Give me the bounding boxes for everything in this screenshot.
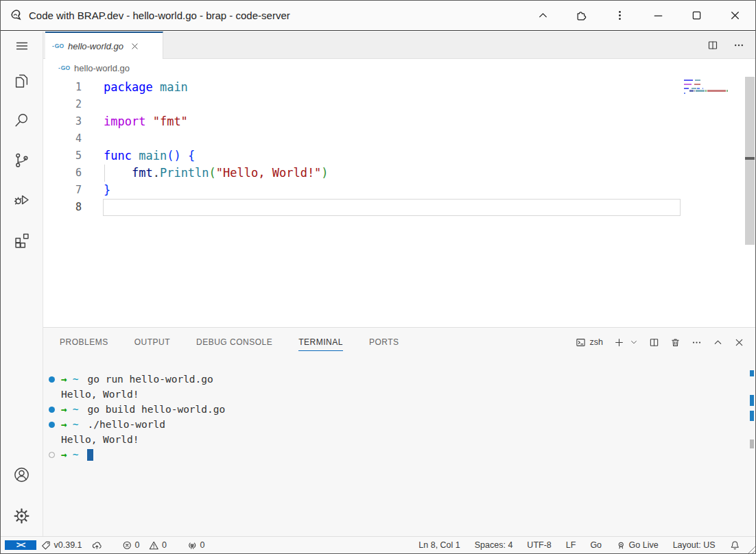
command-decoration-icon[interactable]: [49, 422, 55, 428]
output-text: Hello, World!: [43, 434, 139, 445]
new-terminal-button[interactable]: [614, 337, 624, 348]
bell-icon: [730, 540, 740, 551]
code-line-4[interactable]: 4: [43, 130, 755, 147]
minimap[interactable]: [684, 80, 739, 97]
split-editor-icon: [649, 337, 659, 348]
breadcrumb[interactable]: GO hello-world.go: [43, 59, 755, 77]
terminal-command-row: →~go run hello-world.go: [43, 372, 742, 387]
line-number[interactable]: 8: [43, 199, 82, 216]
status-item-cursor-position[interactable]: Ln 8, Col 1: [414, 540, 464, 550]
status-item-errors[interactable]: 0: [117, 540, 144, 551]
command-decoration-icon[interactable]: [49, 376, 55, 383]
activity-item-accounts[interactable]: [1, 454, 43, 495]
tab-close-icon[interactable]: [130, 42, 139, 51]
status-item-eol[interactable]: LF: [561, 540, 581, 550]
activity-item-source-control[interactable]: [1, 140, 43, 180]
panel-tab-problems[interactable]: PROBLEMS: [60, 328, 108, 357]
status-item-label: 0: [200, 540, 204, 550]
go-file-icon: GO: [52, 43, 64, 49]
split-editor-button[interactable]: [707, 40, 718, 51]
code-line-5[interactable]: 5func main() {: [43, 147, 755, 165]
line-number[interactable]: 3: [43, 113, 82, 130]
panel-tab-debug-console[interactable]: DEBUG CONSOLE: [196, 328, 272, 357]
launch-profile-button[interactable]: [630, 338, 638, 346]
tab-hello-world-go[interactable]: GO hello-world.go: [45, 32, 163, 59]
close-panel-button[interactable]: [734, 337, 744, 348]
code-lines: 1package main23import "fmt"45func main()…: [43, 79, 755, 216]
broadcast-icon: [616, 540, 626, 551]
command-decoration-icon[interactable]: [49, 452, 55, 458]
line-number[interactable]: 7: [43, 182, 82, 199]
maximize-panel-button[interactable]: [713, 337, 723, 348]
current-line-highlight: [103, 199, 681, 216]
maximize-button[interactable]: [685, 5, 707, 27]
status-item-ports[interactable]: 0: [182, 540, 209, 551]
code-line-7[interactable]: 7}: [43, 182, 755, 199]
browser-menu-button[interactable]: [609, 5, 630, 27]
line-number[interactable]: 6: [43, 165, 82, 182]
warning-icon: [149, 540, 159, 551]
search-icon: [12, 111, 31, 130]
code-line-6[interactable]: 6 fmt.Println("Hello, World!"): [43, 165, 755, 182]
line-number[interactable]: 1: [43, 79, 82, 96]
activity-item-settings[interactable]: [1, 495, 43, 536]
status-item-encoding[interactable]: UTF-8: [522, 540, 556, 550]
status-item-notifications[interactable]: [725, 540, 745, 551]
code-line-1[interactable]: 1package main: [43, 79, 755, 96]
minimize-button[interactable]: [647, 5, 669, 27]
activity-item-menu[interactable]: [1, 32, 43, 60]
status-item-language-mode[interactable]: Go: [585, 540, 606, 550]
editor-scrollbar[interactable]: [745, 77, 755, 327]
cloud-upload-icon: [92, 540, 102, 551]
panel-tab-output[interactable]: OUTPUT: [134, 328, 170, 357]
settings-icon: [12, 507, 31, 525]
line-number[interactable]: 5: [43, 147, 82, 165]
line-number[interactable]: 4: [43, 130, 82, 147]
scrollbar-thumb[interactable]: [745, 77, 755, 245]
panel-tab-ports[interactable]: PORTS: [369, 328, 399, 357]
status-bar: ><v0.39.1000 Ln 8, Col 1Spaces: 4UTF-8LF…: [1, 536, 755, 553]
code-line-2[interactable]: 2: [43, 96, 755, 113]
status-item-go-live[interactable]: Go Live: [611, 540, 663, 551]
close-icon: [729, 10, 741, 21]
status-item-keyboard-layout[interactable]: Layout: US: [668, 540, 720, 550]
code-editor[interactable]: 1package main23import "fmt"45func main()…: [43, 77, 755, 327]
code-line-3[interactable]: 3import "fmt": [43, 113, 755, 130]
extensions-icon: [12, 230, 31, 249]
terminal-profile-button[interactable]: zsh: [576, 337, 603, 348]
menu-icon: [14, 38, 30, 54]
close-button[interactable]: [724, 5, 746, 27]
line-number[interactable]: 2: [43, 96, 82, 113]
plus-icon: [614, 337, 624, 348]
status-item-warnings[interactable]: 0: [144, 540, 171, 551]
activity-bar: [1, 32, 43, 536]
terminal-output-row: Hello, World!: [43, 387, 742, 402]
code-text: package main: [104, 79, 188, 96]
browser-extensions-button[interactable]: [570, 5, 592, 27]
activity-item-explorer[interactable]: [1, 60, 43, 100]
split-terminal-button[interactable]: [649, 337, 659, 348]
more-actions-button[interactable]: [733, 40, 744, 51]
chevron-up-icon: [713, 337, 723, 348]
status-item-indentation[interactable]: Spaces: 4: [470, 540, 518, 550]
terminal[interactable]: →~go run hello-world.goHello, World!→~go…: [43, 372, 742, 462]
more-actions-button[interactable]: [692, 337, 702, 348]
run-debug-icon: [12, 191, 31, 209]
panel-tab-terminal[interactable]: TERMINAL: [298, 328, 343, 357]
activity-item-search[interactable]: [1, 100, 43, 140]
radio-tower-icon: [187, 540, 198, 551]
activity-item-run-and-debug[interactable]: [1, 180, 43, 219]
breadcrumb-file[interactable]: hello-world.go: [74, 63, 130, 73]
shell-label: zsh: [590, 337, 603, 347]
status-item-label: Go Live: [629, 540, 659, 550]
output-text: Hello, World!: [43, 389, 139, 400]
kill-terminal-button[interactable]: [670, 337, 681, 348]
collapse-toolbar-button[interactable]: [532, 5, 554, 27]
command-decoration-icon[interactable]: [49, 407, 55, 413]
terminal-cursor: [87, 449, 93, 461]
code-line-8[interactable]: 8: [43, 199, 755, 216]
status-item-version[interactable]: v0.39.1: [36, 540, 87, 551]
activity-item-extensions[interactable]: [1, 219, 43, 259]
status-item-update[interactable]: [87, 540, 107, 551]
remote-indicator[interactable]: ><: [5, 540, 36, 550]
